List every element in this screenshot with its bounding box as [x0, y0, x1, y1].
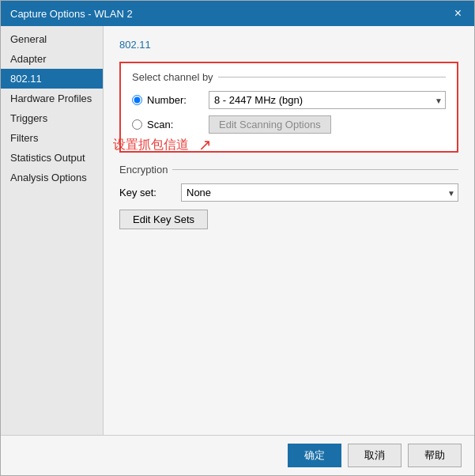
header-divider — [218, 77, 446, 77]
sidebar-item-general[interactable]: General — [1, 29, 103, 49]
annotation-arrow: ↗ — [198, 135, 212, 154]
sidebar-item-adapter[interactable]: Adapter — [1, 49, 103, 69]
scan-radio[interactable] — [132, 119, 142, 130]
encryption-section: Encryption Key set: None ▼ Edit Key Sets — [119, 164, 458, 229]
annotation-chinese: 设置抓包信道 — [113, 137, 189, 153]
cancel-button[interactable]: 取消 — [348, 444, 401, 467]
footer: 确定 取消 帮助 — [1, 435, 474, 475]
channel-dropdown-wrapper: 8 - 2447 MHz (bgn) 1 - 2412 MHz (bgn) 6 … — [209, 91, 446, 109]
edit-key-sets-button[interactable]: Edit Key Sets — [119, 210, 208, 229]
encryption-header: Encryption — [119, 164, 458, 176]
sidebar-item-analysis-options[interactable]: Analysis Options — [1, 168, 103, 187]
confirm-button[interactable]: 确定 — [288, 444, 341, 467]
content-area: General Adapter 802.11 Hardware Profiles… — [1, 26, 474, 435]
encryption-label: Encryption — [119, 164, 168, 176]
number-row: Number: 8 - 2447 MHz (bgn) 1 - 2412 MHz … — [132, 91, 446, 109]
channel-dropdown[interactable]: 8 - 2447 MHz (bgn) 1 - 2412 MHz (bgn) 6 … — [209, 91, 446, 109]
title-bar: Capture Options - WLAN 2 × — [1, 1, 474, 26]
main-content: 802.11 Select channel by Number: — [104, 26, 474, 435]
breadcrumb: 802.11 — [119, 39, 458, 51]
sidebar-item-filters[interactable]: Filters — [1, 128, 103, 148]
key-set-row: Key set: None ▼ — [119, 183, 458, 202]
number-radio-group: Number: — [132, 94, 202, 106]
sidebar-item-802-11[interactable]: 802.11 — [1, 69, 103, 89]
scan-row: Scan: Edit Scanning Options — [132, 115, 446, 134]
number-label: Number: — [147, 94, 202, 106]
window-title: Capture Options - WLAN 2 — [10, 8, 133, 20]
sidebar-item-statistics-output[interactable]: Statistics Output — [1, 148, 103, 168]
key-set-dropdown[interactable]: None — [181, 183, 458, 202]
key-set-dropdown-wrapper: None ▼ — [181, 183, 458, 202]
sidebar: General Adapter 802.11 Hardware Profiles… — [1, 26, 104, 435]
close-button[interactable]: × — [451, 7, 465, 20]
edit-scanning-options-button[interactable]: Edit Scanning Options — [209, 115, 331, 134]
key-set-label: Key set: — [119, 187, 175, 198]
help-button[interactable]: 帮助 — [408, 444, 462, 467]
scan-radio-group: Scan: — [132, 119, 202, 130]
encryption-divider — [172, 169, 458, 170]
sidebar-item-hardware-profiles[interactable]: Hardware Profiles — [1, 89, 103, 108]
select-channel-label: Select channel by — [132, 71, 213, 83]
scan-label: Scan: — [147, 119, 202, 130]
number-radio[interactable] — [132, 95, 142, 105]
capture-options-window: Capture Options - WLAN 2 × General Adapt… — [0, 0, 475, 476]
sidebar-item-triggers[interactable]: Triggers — [1, 108, 103, 128]
select-channel-header: Select channel by — [132, 71, 446, 83]
